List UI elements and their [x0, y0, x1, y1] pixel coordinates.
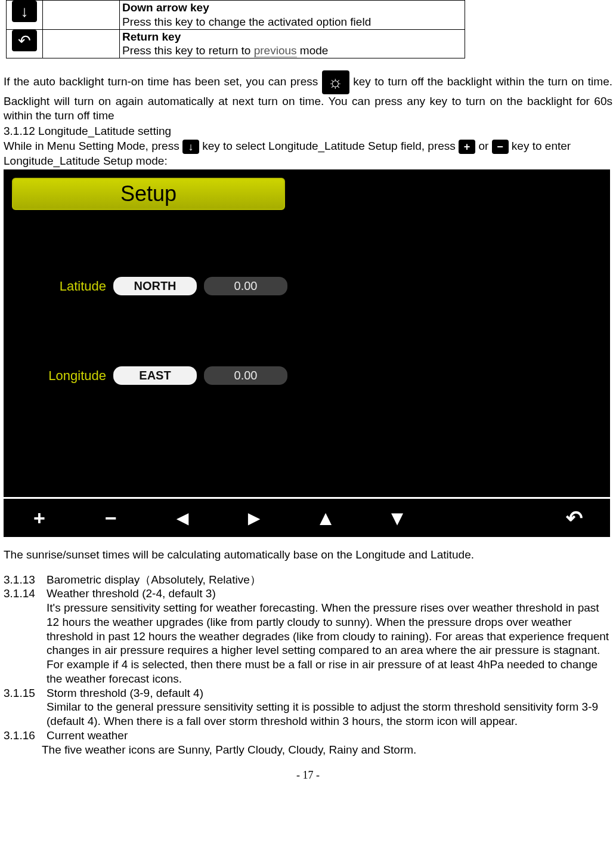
section-body: The five weather icons are Sunny, Partly… [42, 743, 612, 757]
right-button[interactable]: ► [218, 505, 290, 531]
table-cell-desc: Return key Press this key to return to p… [120, 29, 465, 58]
section-body: It's pressure sensitivity setting for we… [47, 601, 612, 686]
latitude-direction[interactable]: NORTH [113, 277, 197, 295]
longitude-row: Longitude EAST 0.00 [41, 366, 287, 385]
return-icon: ↶ [12, 30, 37, 51]
up-button[interactable]: ▲ [290, 505, 361, 531]
previous-word: previous [254, 44, 297, 57]
page-number: - 17 - [4, 768, 612, 782]
latitude-label: Latitude [41, 278, 106, 295]
text: mode [297, 44, 329, 57]
paragraph-sunrise: The sunrise/sunset times will be calcula… [4, 548, 612, 562]
section-body: Similar to the general pressure sensitiv… [47, 700, 612, 729]
text: While in Menu Setting Mode, press [4, 140, 182, 152]
section-number: 3.1.16 [4, 729, 39, 743]
text: or [478, 140, 491, 152]
section-title: Weather threshold (2-4, default 3) [47, 587, 612, 601]
plus-button[interactable]: + [4, 505, 75, 531]
section-title: Current weather [47, 729, 612, 743]
backlight-icon: ☼ [322, 70, 349, 94]
section-3-1-14: 3.1.14 Weather threshold (2-4, default 3… [4, 587, 612, 601]
down-arrow-icon: ↓ [12, 1, 37, 22]
key-desc: Press this key to change the activated o… [122, 15, 462, 29]
down-button[interactable]: ▼ [361, 505, 433, 531]
longitude-value[interactable]: 0.00 [204, 366, 287, 385]
text: Press this key to return to [122, 44, 254, 57]
section-3-1-15: 3.1.15 Storm threshold (3-9, default 4) [4, 686, 612, 700]
heading-3-1-12: 3.1.12 Longitude_Latitude setting [4, 124, 612, 138]
table-spacer [43, 29, 120, 58]
table-row: ↶ Return key Press this key to return to… [7, 29, 465, 58]
paragraph-backlight: If the auto backlight turn-on time has b… [4, 70, 612, 123]
table-spacer [43, 1, 120, 30]
key-title: Down arrow key [122, 1, 209, 14]
text: If the auto backlight turn-on time has b… [4, 75, 322, 88]
key-desc: Press this key to return to previous mod… [122, 44, 462, 58]
down-arrow-icon: ↓ [182, 140, 199, 154]
longitude-label: Longitude [41, 368, 106, 384]
section-number: 3.1.15 [4, 686, 39, 700]
key-description-table: ↓ Down arrow key Press this key to chang… [6, 0, 465, 58]
minus-icon: − [492, 140, 509, 154]
setup-bottom-bar: + − ◄ ► ▲ ▼ ↶ [4, 497, 610, 537]
section-title: Barometric display（Absolutely, Relative） [47, 573, 612, 587]
text: key to select Longitude_Latitude Setup f… [202, 140, 459, 152]
table-row: ↓ Down arrow key Press this key to chang… [7, 1, 465, 30]
longitude-direction[interactable]: EAST [113, 366, 197, 385]
table-cell-desc: Down arrow key Press this key to change … [120, 1, 465, 30]
latitude-value[interactable]: 0.00 [204, 277, 287, 295]
plus-icon: + [459, 140, 475, 154]
section-3-1-16: 3.1.16 Current weather [4, 729, 612, 743]
minus-button[interactable]: − [75, 505, 147, 531]
section-3-1-13: 3.1.13 Barometric display（Absolutely, Re… [4, 573, 612, 587]
back-button[interactable]: ↶ [538, 505, 610, 531]
key-title: Return key [122, 30, 181, 43]
section-number: 3.1.13 [4, 573, 39, 587]
setup-title: Setup [12, 178, 285, 210]
paragraph-lonlat: While in Menu Setting Mode, press ↓ key … [4, 139, 612, 168]
left-button[interactable]: ◄ [147, 505, 218, 531]
setup-screenshot: Setup Latitude NORTH 0.00 Longitude EAST… [4, 169, 610, 537]
section-title: Storm threshold (3-9, default 4) [47, 686, 612, 700]
latitude-row: Latitude NORTH 0.00 [41, 277, 287, 295]
section-number: 3.1.14 [4, 587, 39, 601]
